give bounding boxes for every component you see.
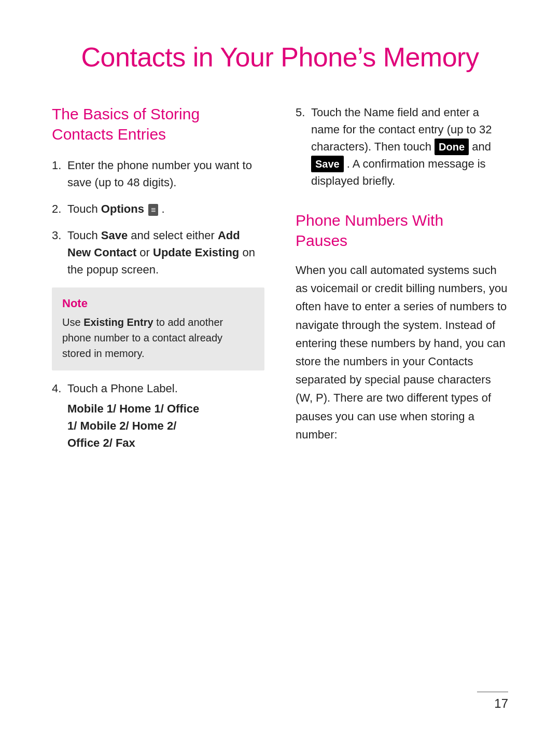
note-label: Note bbox=[62, 297, 254, 310]
page-line bbox=[477, 692, 508, 692]
page-title: Contacts in Your Phone’s Memory bbox=[52, 42, 508, 73]
note-box: Note Use Existing Entry to add another p… bbox=[52, 287, 264, 370]
list-item-2: Touch Options ≡ . bbox=[52, 200, 264, 217]
numbered-list: Enter the phone number you want to save … bbox=[52, 157, 264, 278]
page-number-area: 17 bbox=[477, 692, 508, 711]
page-number: 17 bbox=[494, 696, 508, 711]
step5-item: Touch the Name field and enter a name fo… bbox=[296, 104, 508, 189]
note-text: Use Existing Entry to add another phone … bbox=[62, 314, 254, 361]
phone-label-values: Mobile 1/ Home 1/ Office 1/ Mobile 2/ Ho… bbox=[67, 400, 264, 451]
options-icon: ≡ bbox=[148, 204, 158, 216]
numbered-list-cont: Touch a Phone Label. Mobile 1/ Home 1/ O… bbox=[52, 380, 264, 451]
done-badge: Done bbox=[435, 139, 469, 155]
left-section-title: The Basics of Storing Contacts Entries bbox=[52, 104, 264, 144]
two-column-layout: The Basics of Storing Contacts Entries E… bbox=[52, 104, 508, 461]
left-column: The Basics of Storing Contacts Entries E… bbox=[52, 104, 264, 461]
options-bold: Options bbox=[101, 202, 144, 215]
right-column: Touch the Name field and enter a name fo… bbox=[296, 104, 508, 461]
update-existing-bold: Update Existing bbox=[153, 246, 239, 259]
list-item-1: Enter the phone number you want to save … bbox=[52, 157, 264, 191]
save-badge: Save bbox=[311, 156, 344, 172]
phone-numbers-title: Phone Numbers With Pauses bbox=[296, 210, 508, 251]
phone-numbers-text: When you call automated systems such as … bbox=[296, 261, 508, 444]
list-item-3: Touch Save and select either Add New Con… bbox=[52, 227, 264, 278]
existing-entry-bold: Existing Entry bbox=[83, 317, 153, 328]
list-item-4: Touch a Phone Label. Mobile 1/ Home 1/ O… bbox=[52, 380, 264, 451]
page-container: Contacts in Your Phone’s Memory The Basi… bbox=[0, 0, 560, 742]
save-bold: Save bbox=[101, 229, 128, 242]
